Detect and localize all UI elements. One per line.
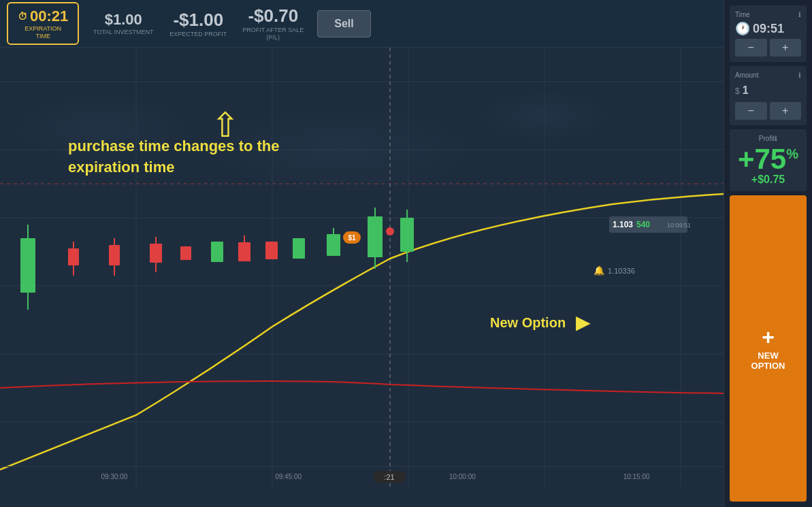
expiration-time-value: ⏱ 00:21 bbox=[18, 7, 68, 25]
right-panel: Time ℹ 🕐 09:51 − + Amount ℹ $ 1 − bbox=[724, 0, 812, 507]
svg-text:10:09:51: 10:09:51 bbox=[667, 222, 691, 229]
profit-info-icon[interactable]: ℹ bbox=[775, 135, 777, 142]
time-axis: 09:30:00 09:45:00 10:00:00 10:15:00 bbox=[0, 466, 724, 487]
profit-text: Profit bbox=[759, 135, 775, 142]
total-investment-value: $1.00 bbox=[105, 11, 142, 29]
svg-rect-30 bbox=[293, 238, 305, 259]
profit-label-panel: Profit ℹ bbox=[735, 135, 801, 142]
profit-percent-display: +75% bbox=[735, 145, 801, 174]
time-label-2: 09:45:00 bbox=[201, 473, 376, 480]
profit-percent-sign: % bbox=[786, 146, 798, 161]
time-adjust-row: − + bbox=[735, 39, 801, 56]
time-section: Time ℹ 🕐 09:51 − + bbox=[730, 5, 807, 62]
svg-rect-19 bbox=[109, 245, 120, 265]
svg-text:1.103: 1.103 bbox=[613, 220, 633, 229]
svg-rect-36 bbox=[400, 218, 414, 252]
expiration-label: EXPIRATIONTIME bbox=[18, 25, 68, 40]
svg-rect-22 bbox=[150, 244, 162, 263]
new-option-button[interactable]: + NEWOPTION bbox=[730, 195, 807, 502]
total-investment-block: $1.00 TOTAL INVESTMENT bbox=[93, 11, 154, 36]
amount-label-panel: Amount ℹ bbox=[735, 71, 801, 79]
chart-svg: $1 :21 1.1040 1.1035 1.1030 . 1.1025 1.1… bbox=[0, 48, 724, 487]
time-value: 09:51 bbox=[753, 22, 784, 36]
time-label-1: 09:30:00 bbox=[27, 473, 201, 480]
time-text: Time bbox=[735, 11, 750, 18]
profit-after-sale-block: -$0.70 PROFIT AFTER SALE(P/L) bbox=[242, 5, 304, 42]
svg-text:🔔: 🔔 bbox=[594, 265, 605, 276]
amount-text: Amount bbox=[735, 71, 758, 79]
total-investment-label: TOTAL INVESTMENT bbox=[93, 29, 153, 36]
clock-icon: ⏱ bbox=[18, 11, 27, 22]
main-container: ⏱ 00:21 EXPIRATIONTIME $1.00 TOTAL INVES… bbox=[0, 0, 812, 507]
time-minus-btn[interactable]: − bbox=[735, 39, 767, 56]
svg-rect-27 bbox=[238, 242, 250, 261]
svg-rect-29 bbox=[265, 242, 278, 259]
time-value-display: 🕐 09:51 bbox=[735, 21, 801, 36]
expected-profit-block: -$1.00 EXPECTED PROFIT bbox=[167, 10, 229, 38]
profit-dollar-display: +$0.75 bbox=[735, 174, 801, 186]
profit-after-sale-label: PROFIT AFTER SALE(P/L) bbox=[242, 27, 304, 42]
svg-rect-33 bbox=[368, 216, 383, 257]
svg-point-39 bbox=[386, 227, 394, 235]
sell-button[interactable]: Sell bbox=[317, 10, 370, 37]
time-label-3: 10:00:00 bbox=[376, 473, 550, 480]
time-plus-btn[interactable]: + bbox=[770, 39, 802, 56]
svg-rect-13 bbox=[20, 238, 35, 293]
time-info-icon[interactable]: ℹ bbox=[798, 11, 801, 18]
svg-text:540: 540 bbox=[636, 220, 650, 229]
expected-profit-label: EXPECTED PROFIT bbox=[169, 31, 227, 38]
expected-profit-value: -$1.00 bbox=[173, 10, 223, 31]
profit-percent-value: +75 bbox=[738, 143, 786, 175]
expiration-box: ⏱ 00:21 EXPIRATIONTIME bbox=[7, 2, 79, 46]
amount-dollar-sign: $ bbox=[735, 86, 740, 96]
amount-value: 1 bbox=[743, 84, 749, 97]
amount-section: Amount ℹ $ 1 − + bbox=[730, 66, 807, 125]
profit-section: Profit ℹ +75% +$0.75 bbox=[730, 129, 807, 191]
svg-rect-25 bbox=[180, 246, 191, 260]
svg-text:1.10336: 1.10336 bbox=[608, 267, 635, 275]
chart-area: ⏱ 00:21 EXPIRATIONTIME $1.00 TOTAL INVES… bbox=[0, 0, 724, 507]
svg-rect-31 bbox=[327, 234, 340, 256]
amount-adjust-row: − + bbox=[735, 102, 801, 120]
expiration-time: 00:21 bbox=[30, 7, 68, 25]
svg-text:$1: $1 bbox=[348, 234, 356, 242]
time-label-panel: Time ℹ bbox=[735, 11, 801, 18]
top-bar: ⏱ 00:21 EXPIRATIONTIME $1.00 TOTAL INVES… bbox=[0, 0, 724, 48]
new-option-btn-label: NEWOPTION bbox=[751, 350, 785, 371]
amount-info-icon[interactable]: ℹ bbox=[798, 71, 801, 79]
profit-after-sale-value: -$0.70 bbox=[248, 5, 298, 27]
new-option-plus-icon: + bbox=[762, 326, 775, 348]
chart-canvas: $1 :21 1.1040 1.1035 1.1030 . 1.1025 1.1… bbox=[0, 48, 724, 487]
svg-rect-16 bbox=[68, 248, 79, 265]
amount-plus-btn[interactable]: + bbox=[770, 102, 802, 120]
amount-minus-btn[interactable]: − bbox=[735, 102, 767, 120]
amount-display: $ 1 bbox=[735, 82, 801, 99]
clock-icon-panel: 🕐 bbox=[735, 21, 750, 36]
time-label-4: 10:15:00 bbox=[549, 473, 724, 480]
svg-rect-26 bbox=[211, 242, 223, 262]
